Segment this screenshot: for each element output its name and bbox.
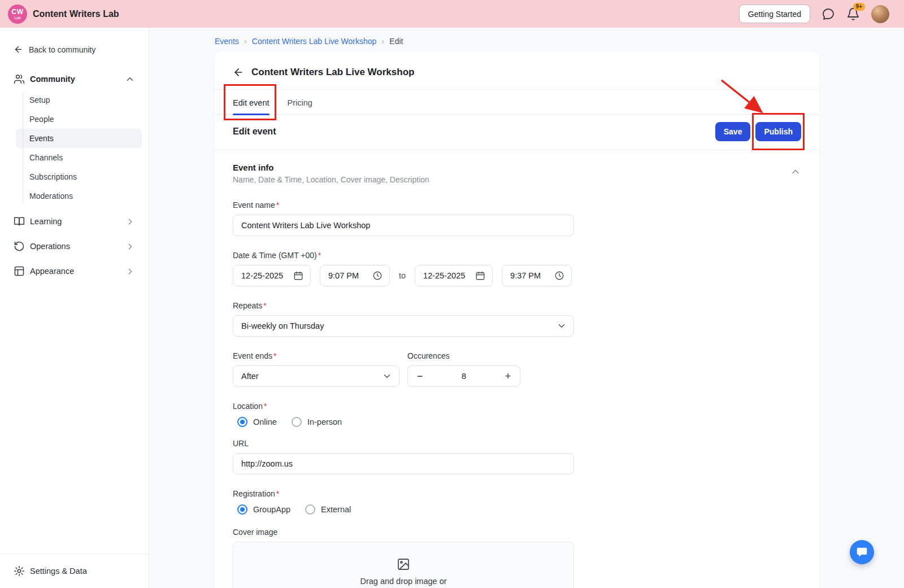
chevron-right-icon xyxy=(125,267,135,276)
chevron-right-icon xyxy=(125,217,135,227)
event-info-subtitle: Name, Date & Time, Location, Cover image… xyxy=(233,175,429,184)
save-button[interactable]: Save xyxy=(715,122,751,141)
end-time-value: 9:37 PM xyxy=(510,271,541,280)
community-icon xyxy=(14,73,25,85)
book-icon xyxy=(14,216,25,227)
event-name-label: Event name* xyxy=(233,201,279,210)
tabs: Edit event Pricing xyxy=(215,90,819,115)
calendar-icon xyxy=(293,271,303,281)
event-ends-value: After xyxy=(241,372,259,381)
event-ends-label: Event ends* xyxy=(233,351,277,360)
event-ends-select[interactable]: After xyxy=(233,365,399,387)
required-marker: * xyxy=(318,251,321,260)
tab-pricing[interactable]: Pricing xyxy=(288,90,312,114)
cover-image-dropzone[interactable]: Drag and drop image or choose from compu… xyxy=(233,542,574,588)
breadcrumb-current: Edit xyxy=(389,37,403,46)
breadcrumb-workshop[interactable]: Content Writers Lab Live Workshop xyxy=(252,37,376,46)
start-time-value: 9:07 PM xyxy=(328,271,359,280)
registration-external-radio[interactable]: External xyxy=(305,504,351,515)
clock-icon xyxy=(372,271,383,281)
required-marker: * xyxy=(263,301,266,310)
back-arrow-icon[interactable] xyxy=(233,67,244,78)
sidebar-item-events[interactable]: Events xyxy=(16,129,142,148)
required-marker: * xyxy=(276,489,279,498)
sidebar-item-operations[interactable]: Operations xyxy=(0,234,149,259)
brand[interactable]: CW Lab Content Writers Lab xyxy=(8,5,119,24)
event-info-title: Event info xyxy=(233,163,429,172)
topbar-actions: Getting Started 9+ xyxy=(739,5,889,23)
required-marker: * xyxy=(276,201,279,210)
chat-bubble-icon xyxy=(856,546,868,558)
logo-text: CW xyxy=(12,8,24,15)
sidebar-group-community[interactable]: Community xyxy=(0,68,149,90)
section-heading: Edit event xyxy=(233,127,276,137)
settings-data-label: Settings & Data xyxy=(30,567,87,576)
end-date-input[interactable]: 12-25-2025 xyxy=(415,265,493,286)
registration-groupapp-radio[interactable]: GroupApp xyxy=(237,504,290,515)
to-label: to xyxy=(399,271,406,280)
breadcrumb: Events › Content Writers Lab Live Worksh… xyxy=(215,36,819,46)
messages-icon[interactable] xyxy=(822,7,835,21)
page-title: Content Writers Lab Live Workshop xyxy=(251,67,414,78)
logo-subtext: Lab xyxy=(14,16,21,20)
url-input[interactable] xyxy=(233,453,574,474)
tab-pricing-label: Pricing xyxy=(288,98,312,107)
section-bar: Edit event Save Publish xyxy=(215,115,819,150)
sidebar-item-people[interactable]: People xyxy=(16,110,142,129)
dropzone-text: Drag and drop image or xyxy=(360,577,446,586)
end-time-input[interactable]: 9:37 PM xyxy=(502,265,572,286)
chevron-up-icon xyxy=(125,74,135,84)
chevron-down-icon xyxy=(382,371,392,381)
start-date-input[interactable]: 12-25-2025 xyxy=(233,265,311,286)
sidebar-item-moderations[interactable]: Moderations xyxy=(16,186,142,206)
tab-edit-event-label: Edit event xyxy=(233,98,270,107)
location-inperson-label: In-person xyxy=(307,417,342,426)
breadcrumb-separator-icon: › xyxy=(244,36,247,46)
decrement-button[interactable]: − xyxy=(411,368,428,385)
repeats-select[interactable]: Bi-weekly on Thursday xyxy=(233,315,574,337)
location-inperson-radio[interactable]: In-person xyxy=(292,417,342,427)
notification-badge: 9+ xyxy=(853,3,865,11)
user-avatar[interactable] xyxy=(871,5,889,23)
tab-edit-event[interactable]: Edit event xyxy=(233,90,270,114)
settings-data-link[interactable]: Settings & Data xyxy=(0,557,149,585)
arrow-left-icon xyxy=(14,45,23,54)
url-label: URL xyxy=(233,439,249,448)
radio-selected-icon xyxy=(237,417,247,427)
increment-button[interactable]: + xyxy=(499,368,516,385)
main-content: Events › Content Writers Lab Live Worksh… xyxy=(149,28,904,588)
back-to-community-label: Back to community xyxy=(29,45,95,54)
community-group-label: Community xyxy=(30,75,75,84)
chat-widget-button[interactable] xyxy=(850,540,874,564)
location-online-radio[interactable]: Online xyxy=(237,417,277,427)
cover-image-label: Cover image xyxy=(233,528,277,537)
image-icon xyxy=(397,557,410,571)
sidebar-item-subscriptions[interactable]: Subscriptions xyxy=(16,167,142,186)
breadcrumb-separator-icon: › xyxy=(381,36,384,46)
occurrences-value: 8 xyxy=(462,372,466,381)
gear-icon xyxy=(14,565,25,577)
registration-external-label: External xyxy=(321,505,351,514)
event-info-section-header: Event info Name, Date & Time, Location, … xyxy=(215,150,819,186)
getting-started-button[interactable]: Getting Started xyxy=(739,5,810,23)
back-to-community-link[interactable]: Back to community xyxy=(0,45,149,54)
layout-icon xyxy=(14,265,25,277)
repeats-label: Repeats* xyxy=(233,301,267,310)
breadcrumb-events[interactable]: Events xyxy=(215,37,239,46)
notifications-bell-icon[interactable]: 9+ xyxy=(846,7,860,21)
sidebar-item-setup[interactable]: Setup xyxy=(16,90,142,110)
chevron-right-icon xyxy=(125,242,135,251)
location-label: Location* xyxy=(233,402,267,411)
edit-event-form: Event name* Date & Time (GMT +00)* 12-25… xyxy=(215,186,819,588)
sidebar-item-channels[interactable]: Channels xyxy=(16,148,142,167)
required-marker: * xyxy=(273,351,276,360)
start-time-input[interactable]: 9:07 PM xyxy=(320,265,390,286)
operations-label: Operations xyxy=(30,242,70,251)
sidebar-item-appearance[interactable]: Appearance xyxy=(0,259,149,284)
sidebar-item-learning[interactable]: Learning xyxy=(0,209,149,234)
event-name-input[interactable] xyxy=(233,215,574,236)
collapse-chevron-up-icon[interactable] xyxy=(790,166,801,177)
publish-button[interactable]: Publish xyxy=(755,122,801,141)
end-date-value: 12-25-2025 xyxy=(423,271,465,280)
radio-unselected-icon xyxy=(292,417,302,427)
